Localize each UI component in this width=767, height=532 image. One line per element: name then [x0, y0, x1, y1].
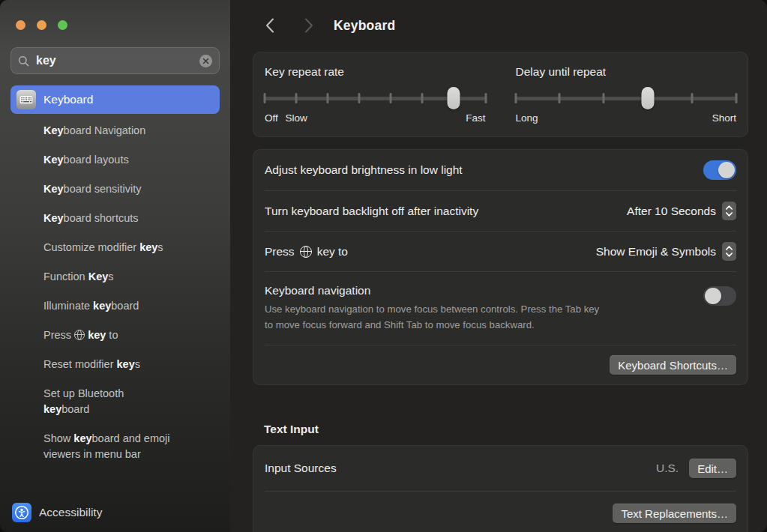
sidebar-item-keyboard[interactable]: Keyboard	[10, 85, 220, 114]
keyboard-icon	[16, 90, 36, 109]
slider-scale-labels: LongShort	[516, 112, 737, 126]
slider-scale-label: Long	[516, 112, 538, 124]
sidebar: Keyboard Keyboard NavigationKeyboard lay…	[0, 0, 230, 532]
stepper-icon[interactable]	[722, 202, 736, 220]
search-field[interactable]	[10, 47, 220, 74]
slider-scale-label: Short	[712, 112, 736, 124]
slider-tick	[295, 93, 298, 103]
sidebar-accessibility-label: Accessibility	[39, 506, 102, 519]
brightness-label: Adjust keyboard brightness in low light	[265, 163, 463, 177]
clear-search-icon[interactable]	[199, 55, 212, 67]
brightness-row: Adjust keyboard brightness in low light	[253, 150, 748, 190]
back-button[interactable]	[262, 16, 280, 35]
sidebar-list: Keyboard NavigationKeyboard layoutsKeybo…	[10, 116, 220, 469]
delay-until-repeat-slider[interactable]	[516, 87, 737, 109]
sidebar-item[interactable]: Illuminate keyboard	[10, 291, 220, 321]
text-replacements-row: Text Replacements…	[253, 492, 748, 532]
globe-icon	[74, 330, 85, 340]
slider-tick	[514, 93, 517, 103]
close-button[interactable]	[16, 20, 25, 30]
header: Keyboard	[262, 15, 748, 36]
forward-button[interactable]	[299, 16, 317, 35]
keyboard-navigation-toggle[interactable]	[703, 286, 736, 306]
delay-until-repeat-label: Delay until repeat	[516, 65, 737, 79]
zoom-button[interactable]	[58, 20, 67, 30]
text-input-card: Input Sources U.S. Edit… Text Replacemen…	[253, 445, 748, 532]
keyboard-shortcuts-button[interactable]: Keyboard Shortcuts…	[610, 355, 736, 375]
backlight-label: Turn keyboard backlight off after inacti…	[265, 205, 478, 218]
key-repeat-rate-group: Key repeat rate OffSlowFast	[265, 64, 486, 126]
keyboard-settings-card: Adjust keyboard brightness in low light …	[253, 149, 748, 385]
input-sources-row: Input Sources U.S. Edit…	[253, 446, 748, 491]
sidebar-item[interactable]: Keyboard Navigation	[10, 116, 220, 145]
slider-tick	[691, 93, 694, 103]
sidebar-item-accessibility[interactable]: Accessibility	[10, 503, 220, 522]
accessibility-icon	[12, 503, 31, 522]
slider-tick	[327, 93, 329, 103]
sidebar-selected-label: Keyboard	[43, 93, 93, 106]
globe-key-value: Show Emoji & Symbols	[596, 245, 716, 259]
slider-tick	[603, 93, 605, 103]
slider-scale-labels: OffSlowFast	[265, 112, 486, 126]
backlight-value: After 10 Seconds	[627, 205, 716, 218]
key-repeat-rate-slider[interactable]	[265, 87, 486, 109]
sidebar-item[interactable]: Set up Bluetooth keyboard	[10, 379, 220, 424]
traffic-lights	[16, 20, 220, 30]
minimize-button[interactable]	[37, 20, 46, 30]
slider-tick	[421, 93, 424, 103]
slider-tick	[736, 93, 738, 103]
sidebar-item[interactable]: Function Keys	[10, 262, 220, 291]
globe-key-label: Press key to	[265, 245, 348, 259]
system-settings-window: Keyboard Keyboard NavigationKeyboard lay…	[0, 0, 767, 532]
input-sources-value: U.S.	[656, 462, 679, 475]
sidebar-item[interactable]: Keyboard layouts	[10, 145, 220, 175]
text-replacements-button[interactable]: Text Replacements…	[613, 504, 736, 523]
keyboard-navigation-label: Keyboard navigation	[265, 284, 370, 297]
backlight-select[interactable]: After 10 Seconds	[627, 202, 736, 220]
shortcuts-button-row: Keyboard Shortcuts…	[253, 345, 748, 384]
keyboard-navigation-description: Use keyboard navigation to move focus be…	[265, 301, 599, 333]
globe-icon	[300, 246, 312, 258]
backlight-row: Turn keyboard backlight off after inacti…	[253, 191, 748, 231]
slider-track	[516, 97, 737, 100]
slider-scale-label: Fast	[466, 112, 485, 124]
stepper-icon[interactable]	[722, 242, 736, 261]
slider-tick	[484, 93, 487, 103]
search-input[interactable]	[34, 53, 194, 68]
slider-tick	[559, 93, 561, 103]
key-repeat-card: Key repeat rate OffSlowFast Delay until …	[253, 52, 748, 137]
slider-scale-label: Off	[265, 112, 278, 124]
search-icon	[18, 55, 29, 67]
globe-key-row: Press key to Show Emoji & Symbols	[253, 232, 748, 271]
main-panel: Keyboard Key repeat rate OffSlowFast Del…	[230, 0, 767, 532]
brightness-toggle[interactable]	[703, 160, 736, 180]
page-title: Keyboard	[334, 18, 395, 34]
key-repeat-rate-label: Key repeat rate	[265, 65, 486, 79]
sidebar-item[interactable]: Press key to	[10, 321, 220, 350]
sidebar-item[interactable]: Keyboard sensitivity	[10, 175, 220, 204]
sidebar-item[interactable]: Show keyboard and emoji viewers in menu …	[10, 424, 220, 469]
text-input-heading: Text Input	[264, 423, 748, 436]
keyboard-navigation-row: Keyboard navigation Use keyboard navigat…	[253, 272, 748, 345]
slider-tick	[358, 93, 361, 103]
edit-button[interactable]: Edit…	[689, 459, 736, 478]
delay-until-repeat-group: Delay until repeat LongShort	[516, 64, 737, 126]
sidebar-item[interactable]: Customize modifier keys	[10, 233, 220, 262]
slider-thumb[interactable]	[642, 87, 655, 109]
sidebar-item[interactable]: Keyboard shortcuts	[10, 204, 220, 233]
input-sources-label: Input Sources	[265, 462, 337, 475]
slider-thumb[interactable]	[448, 87, 460, 109]
slider-scale-label: Slow	[285, 112, 307, 124]
sidebar-item[interactable]: Reset modifier keys	[10, 350, 220, 379]
slider-tick	[264, 93, 266, 103]
globe-key-select[interactable]: Show Emoji & Symbols	[596, 242, 736, 261]
slider-tick	[390, 93, 392, 103]
